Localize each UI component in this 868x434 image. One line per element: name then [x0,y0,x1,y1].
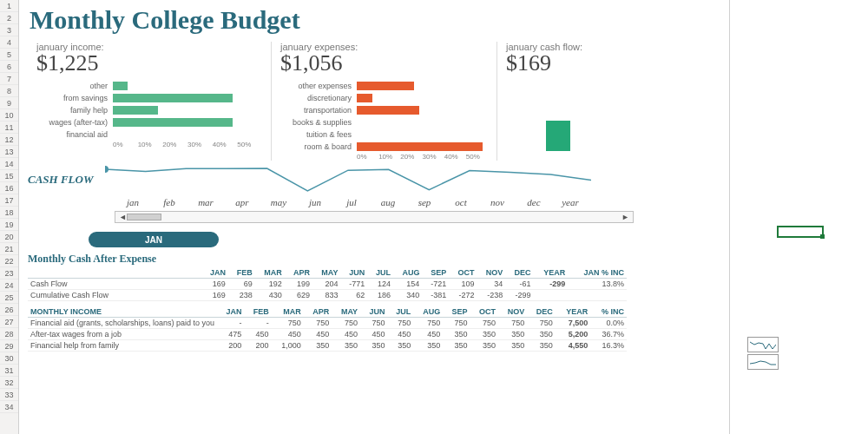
cashflow-section: CASH FLOW janfebmaraprmayjunjulaugsepoct… [28,166,720,223]
bar-row: from savings [36,92,262,104]
cashflow-title: CASH FLOW [28,173,94,187]
bar-row: family help [36,104,262,116]
bar-row: other [36,80,262,92]
month-label[interactable]: jun [297,197,333,207]
sparkline-thumbnail[interactable] [747,337,779,352]
months-axis: janfebmaraprmayjunjulaugsepoctnovdecyear [28,197,720,207]
svg-point-0 [105,166,108,173]
bar-row: books & supplies [280,116,488,128]
table-row[interactable]: After-tax wages from a job47545045045045… [28,329,627,340]
cash-table-title: Monthly Cash After Expense [28,253,720,266]
cashflow-card: january cash flow: $169 [496,42,618,161]
scroll-thumb[interactable] [127,214,161,220]
income-table[interactable]: MONTHLY INCOMEJANFEBMARAPRMAYJUNJULAUGSE… [28,306,627,352]
month-label[interactable]: jan [115,197,151,207]
cash-table[interactable]: JANFEBMARAPRMAYJUNJULAUGSEPOCTNOVDECYEAR… [28,267,627,301]
summary-row: january income: $1,225 otherfrom savings… [28,42,720,161]
month-label[interactable]: oct [443,197,479,207]
month-label[interactable]: mar [187,197,224,207]
month-label[interactable]: year [552,197,589,207]
month-label[interactable]: dec [516,197,552,207]
sparkline-thumbnail[interactable] [747,354,779,370]
scroll-right-icon[interactable]: ► [621,213,629,221]
selected-cell-indicator[interactable] [777,226,824,238]
expense-bar-chart: other expensesdiscretionarytransportatio… [280,80,488,161]
expense-value: $1,056 [280,50,488,76]
month-tab[interactable]: JAN [89,232,219,247]
table-row[interactable]: Financial aid (grants, scholarships, loa… [28,318,627,329]
cashflow-sparkline [105,166,591,194]
month-label[interactable]: jul [333,197,370,207]
cashflow-bar-chart [506,82,609,151]
month-label[interactable]: apr [224,197,260,207]
income-value: $1,225 [36,50,262,76]
month-label[interactable]: sep [406,197,443,207]
side-pane [729,0,868,434]
scroll-left-icon[interactable]: ◄ [119,213,127,221]
bar-row: wages (after-tax) [36,116,262,128]
month-label[interactable]: aug [370,197,406,207]
page-title: Monthly College Budget [30,5,720,35]
bar-row: financial aid [36,128,262,141]
expense-card: january expenses: $1,056 other expensesd… [271,42,496,161]
cashflow-value: $169 [506,50,609,76]
cash-after-expense-table: Monthly Cash After Expense JANFEBMARAPRM… [28,253,720,301]
month-label[interactable]: feb [151,197,187,207]
bar-row: transportation [280,104,488,116]
monthly-income-table: MONTHLY INCOMEJANFEBMARAPRMAYJUNJULAUGSE… [28,306,720,352]
scrollbar[interactable]: ◄ ► [115,211,634,223]
bar-row: tuition & fees [280,128,488,141]
worksheet[interactable]: Monthly College Budget january income: $… [19,0,729,434]
month-label[interactable]: may [260,197,297,207]
table-row[interactable]: Cumulative Cash Flow16923843062983362186… [28,290,627,301]
bar-row: room & board [280,141,488,153]
income-bar-chart: otherfrom savingsfamily helpwages (after… [36,80,262,148]
bar-row: discretionary [280,92,488,104]
table-row[interactable]: Financial help from family2002001,000350… [28,340,627,352]
table-row[interactable]: Cash Flow16969192199204-771124154-721109… [28,279,627,290]
row-number-gutter[interactable]: 1234567891011121314151617181920212223242… [0,0,19,434]
income-card: january income: $1,225 otherfrom savings… [28,42,271,161]
month-label[interactable]: nov [479,197,516,207]
bar-row: other expenses [280,80,488,92]
